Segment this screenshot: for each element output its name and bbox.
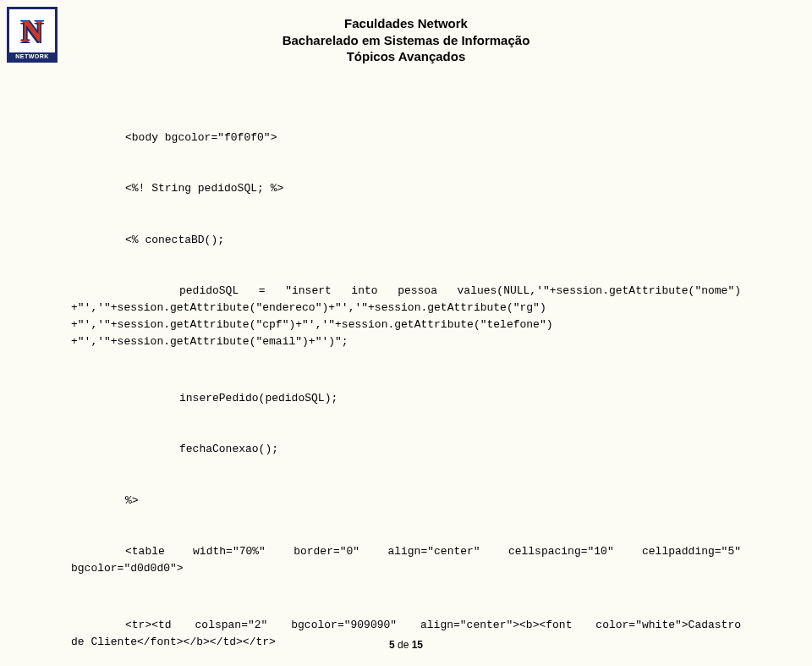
logo-top: N [9, 9, 55, 52]
page-current: 5 [389, 639, 395, 651]
code-line: <%! String pedidoSQL; %> [71, 180, 741, 197]
footer: 5 de 15 [0, 639, 812, 651]
code-line: fechaConexao(); [71, 441, 741, 458]
code-line: %> [71, 493, 741, 509]
code-line: inserePedido(pedidoSQL); [71, 390, 741, 407]
header-line-3: Tópicos Avançados [71, 48, 741, 65]
logo-label: NETWORK [9, 52, 55, 60]
logo-letter: N [21, 16, 43, 47]
page: N NETWORK Faculdades Network Bacharelado… [0, 0, 812, 666]
header-line-1: Faculdades Network [71, 15, 741, 32]
code-line: <table width="70%" border="0" align="cen… [71, 543, 741, 577]
page-total: 15 [412, 639, 423, 651]
code-line: <% conectaBD(); [71, 232, 741, 249]
page-sep: de [395, 639, 412, 651]
logo: N NETWORK [7, 7, 58, 63]
code-line: <body bgcolor="f0f0f0"> [71, 129, 741, 146]
code-block-1: <body bgcolor="f0f0f0"> <%! String pedid… [71, 96, 741, 667]
header-line-2: Bacharelado em Sistemas de Informação [71, 32, 741, 49]
header: Faculdades Network Bacharelado em Sistem… [71, 15, 741, 65]
code-line: pedidoSQL = "insert into pessoa values(N… [71, 283, 741, 351]
